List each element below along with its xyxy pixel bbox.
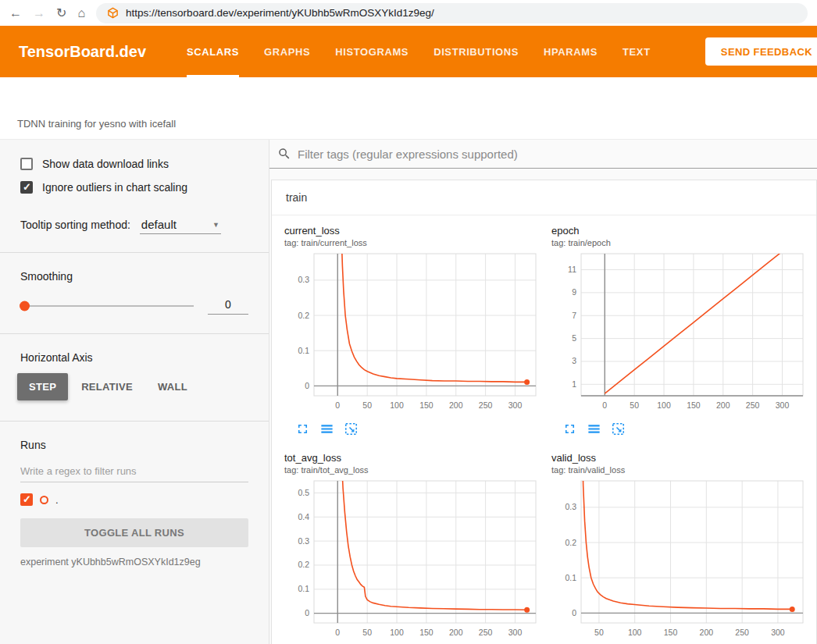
- svg-text:200: 200: [449, 400, 463, 410]
- app-header: TensorBoard.dev SCALARS GRAPHS HISTOGRAM…: [0, 26, 817, 77]
- smoothing-slider-knob[interactable]: [20, 301, 30, 311]
- chart-card-epoch: epochtag: train/epoch1357911050100150200…: [551, 225, 817, 436]
- run-checkbox[interactable]: [20, 493, 33, 506]
- experiment-id-text: experiment yKUbhb5wRmOSXYkId1z9eg: [0, 552, 269, 572]
- svg-text:200: 200: [716, 400, 730, 410]
- smoothing-label: Smoothing: [0, 265, 269, 287]
- chart-plot[interactable]: 00.10.20.350100150200250300: [551, 478, 817, 644]
- expand-chart-icon[interactable]: [295, 422, 310, 436]
- url-text: https://tensorboard.dev/experiment/yKUbh…: [126, 7, 434, 19]
- divider: [0, 421, 269, 422]
- toggle-y-axis-icon[interactable]: [587, 422, 601, 436]
- address-bar[interactable]: https://tensorboard.dev/experiment/yKUbh…: [96, 3, 808, 23]
- svg-text:100: 100: [628, 628, 642, 637]
- toggle-y-axis-icon[interactable]: [319, 422, 334, 436]
- chart-plot[interactable]: 1357911050100150200250300: [551, 251, 817, 419]
- chart-card-tot_avg_loss: tot_avg_losstag: train/tot_avg_loss00.10…: [284, 452, 551, 644]
- chart-card-valid_loss: valid_losstag: train/valid_loss00.10.20.…: [551, 452, 817, 644]
- svg-text:0: 0: [602, 400, 607, 410]
- smoothing-slider[interactable]: [20, 305, 194, 307]
- axis-wall-button[interactable]: WALL: [146, 373, 199, 400]
- train-section-header[interactable]: train: [272, 180, 816, 215]
- smoothing-value-input[interactable]: 0: [208, 297, 248, 315]
- tab-text[interactable]: TEXT: [623, 26, 651, 77]
- show-data-download-links-checkbox[interactable]: [20, 158, 33, 170]
- tab-graphs[interactable]: GRAPHS: [264, 26, 310, 77]
- divider: [0, 252, 269, 253]
- chart-toolbar: [551, 422, 817, 436]
- content: Show data download links Ignore outliers…: [0, 140, 817, 644]
- svg-text:11: 11: [568, 265, 576, 274]
- svg-text:0: 0: [335, 628, 340, 637]
- app-logo: TensorBoard.dev: [19, 43, 146, 61]
- charts-grid: current_losstag: train/current_loss00.10…: [272, 215, 816, 644]
- svg-text:300: 300: [508, 628, 523, 637]
- svg-text:0.3: 0.3: [565, 502, 576, 511]
- svg-text:7: 7: [572, 311, 576, 320]
- svg-text:250: 250: [746, 400, 760, 410]
- svg-text:0.1: 0.1: [298, 346, 309, 355]
- fit-domain-icon[interactable]: [344, 422, 359, 436]
- horizontal-axis-toggle: STEP RELATIVE WALL: [0, 368, 269, 408]
- ignore-outliers-checkbox[interactable]: [20, 181, 33, 194]
- tab-distributions[interactable]: DISTRIBUTIONS: [433, 26, 519, 77]
- experiment-description: TDNN training for yesno with icefall: [0, 77, 817, 140]
- svg-text:50: 50: [362, 400, 372, 410]
- svg-text:150: 150: [687, 400, 701, 410]
- chart-toolbar: [284, 422, 551, 436]
- home-icon[interactable]: ⌂: [77, 7, 85, 20]
- train-section-card: train current_losstag: train/current_los…: [271, 180, 817, 644]
- chart-title: epoch: [551, 225, 817, 237]
- axis-step-button[interactable]: STEP: [17, 373, 68, 400]
- svg-text:50: 50: [594, 628, 604, 637]
- svg-text:0.2: 0.2: [565, 538, 576, 547]
- horizontal-axis-label: Horizontal Axis: [0, 347, 269, 368]
- tooltip-sorting-label: Tooltip sorting method:: [20, 219, 130, 231]
- svg-text:0.3: 0.3: [298, 275, 309, 284]
- expand-chart-icon[interactable]: [562, 422, 577, 436]
- nav-tabs: SCALARS GRAPHS HISTOGRAMS DISTRIBUTIONS …: [187, 26, 651, 77]
- back-icon[interactable]: ←: [9, 7, 22, 20]
- chart-card-current_loss: current_losstag: train/current_loss00.10…: [284, 225, 551, 436]
- runs-label: Runs: [0, 434, 269, 456]
- run-color-indicator-icon: [40, 496, 48, 504]
- divider: [0, 333, 269, 334]
- svg-text:0.2: 0.2: [298, 311, 309, 320]
- show-data-download-row: Show data download links: [0, 152, 269, 176]
- browser-toolbar: ← → ↻ ⌂ https://tensorboard.dev/experime…: [0, 0, 817, 26]
- axis-relative-button[interactable]: RELATIVE: [70, 373, 144, 400]
- runs-filter-input[interactable]: [20, 461, 248, 482]
- svg-text:300: 300: [508, 400, 523, 410]
- tooltip-sorting-value: default: [141, 218, 177, 231]
- send-feedback-button[interactable]: SEND FEEDBACK: [705, 37, 817, 66]
- ignore-outliers-row: Ignore outliers in chart scaling: [0, 176, 269, 199]
- svg-text:150: 150: [664, 628, 678, 637]
- forward-icon[interactable]: →: [33, 7, 45, 20]
- smoothing-row: 0: [0, 287, 269, 321]
- chart-tag: tag: train/valid_loss: [551, 465, 817, 475]
- tooltip-sorting-dropdown[interactable]: default ▼: [140, 215, 221, 234]
- svg-text:150: 150: [419, 400, 433, 410]
- toggle-all-runs-button[interactable]: TOGGLE ALL RUNS: [20, 518, 248, 547]
- chart-plot[interactable]: 00.10.20.3050100150200250300: [284, 251, 551, 419]
- tab-scalars[interactable]: SCALARS: [187, 26, 239, 77]
- run-row: .: [0, 482, 269, 511]
- svg-text:300: 300: [776, 400, 790, 410]
- chart-title: tot_avg_loss: [284, 452, 551, 464]
- search-icon: [277, 147, 291, 161]
- tag-filter-input[interactable]: [298, 148, 809, 161]
- tag-filter-row: [269, 140, 817, 169]
- svg-text:3: 3: [572, 356, 576, 365]
- tensorboard-favicon-icon: [107, 7, 119, 19]
- svg-text:100: 100: [657, 400, 671, 410]
- reload-icon[interactable]: ↻: [56, 7, 66, 20]
- svg-text:0: 0: [335, 400, 340, 410]
- svg-text:250: 250: [479, 400, 493, 410]
- fit-domain-icon[interactable]: [611, 422, 626, 436]
- tab-histograms[interactable]: HISTOGRAMS: [335, 26, 408, 77]
- svg-text:300: 300: [771, 628, 785, 637]
- tab-hparams[interactable]: HPARAMS: [544, 26, 598, 77]
- svg-text:100: 100: [390, 400, 404, 410]
- svg-text:150: 150: [419, 628, 433, 637]
- chart-plot[interactable]: 00.10.20.30.40.5050100150200250300: [284, 478, 551, 644]
